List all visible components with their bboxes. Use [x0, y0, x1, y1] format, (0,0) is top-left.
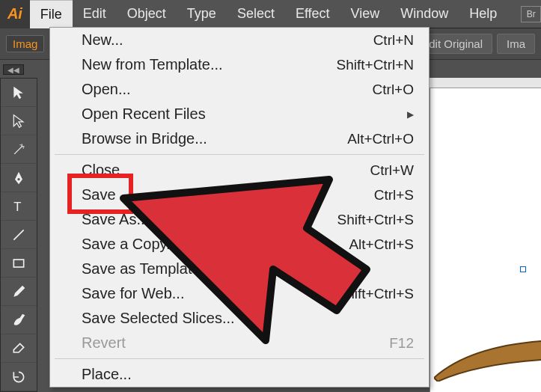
menu-view[interactable]: View — [340, 0, 391, 28]
menu-help[interactable]: Help — [459, 0, 507, 28]
menu-shortcut: Alt+Shift+Ctrl+S — [312, 286, 414, 302]
menu-item-save-template[interactable]: Save as Template... — [50, 257, 429, 281]
menu-label: Save for Web... — [82, 285, 184, 302]
pen-tool[interactable] — [1, 164, 37, 192]
direct-selection-tool[interactable] — [1, 107, 37, 135]
menu-item-save-as[interactable]: Save As... Shift+Ctrl+S — [50, 207, 429, 232]
eraser-tool[interactable] — [1, 334, 37, 363]
menu-label: Place... — [82, 366, 132, 383]
menu-item-close[interactable]: Close Ctrl+W — [50, 158, 429, 183]
paintbrush-tool[interactable] — [1, 278, 37, 306]
image-trace-label[interactable]: Imag — [6, 35, 44, 52]
menu-label: Close — [82, 162, 120, 179]
menu-shortcut: Ctrl+O — [373, 82, 414, 98]
type-tool[interactable]: T — [1, 192, 37, 221]
menu-separator — [55, 358, 424, 359]
magic-wand-tool[interactable] — [1, 135, 37, 164]
menu-file[interactable]: File — [30, 0, 73, 28]
menu-label: Save as Template... — [82, 260, 213, 278]
menu-type[interactable]: Type — [177, 0, 227, 28]
menu-label: Save — [82, 186, 116, 203]
menu-label: Browse in Bridge... — [82, 130, 207, 147]
menu-object[interactable]: Object — [117, 0, 177, 28]
selection-tool[interactable] — [1, 79, 37, 107]
menu-separator — [55, 154, 424, 155]
rectangle-tool[interactable] — [1, 249, 37, 278]
menu-label: Open Recent Files — [82, 105, 206, 123]
menu-item-save-slices[interactable]: Save Selected Slices... — [50, 306, 429, 331]
menu-select[interactable]: Select — [227, 0, 285, 28]
menu-shortcut: Shift+Ctrl+S — [337, 212, 414, 228]
menu-item-open[interactable]: Open... Ctrl+O — [50, 77, 429, 102]
menu-item-save-web[interactable]: Save for Web... Alt+Shift+Ctrl+S — [50, 281, 429, 306]
artwork-shape — [434, 337, 541, 382]
menu-label: New from Template... — [82, 56, 223, 73]
menu-shortcut: Shift+Ctrl+N — [337, 57, 414, 73]
blob-brush-tool[interactable] — [1, 306, 37, 334]
submenu-arrow-icon: ▶ — [407, 109, 414, 120]
menu-shortcut: Ctrl+S — [374, 187, 414, 203]
rotate-tool[interactable] — [1, 363, 37, 391]
menu-shortcut: Alt+Ctrl+S — [349, 236, 414, 253]
menu-item-new[interactable]: New... Ctrl+N — [50, 28, 429, 52]
bridge-icon[interactable]: Br — [521, 6, 541, 22]
edit-original-button[interactable]: dit Original — [419, 34, 492, 54]
menu-effect[interactable]: Effect — [285, 0, 340, 28]
menu-label: Save As... — [82, 211, 149, 228]
ruler-horizontal — [430, 78, 541, 88]
menu-label: Save a Copy... — [82, 236, 179, 253]
line-tool[interactable] — [1, 221, 37, 249]
menu-item-open-recent[interactable]: Open Recent Files ▶ — [50, 102, 429, 126]
svg-rect-2 — [13, 260, 23, 267]
selection-handle[interactable] — [520, 266, 526, 272]
app-icon-illustrator: Ai — [0, 0, 30, 28]
image-button[interactable]: Ima — [497, 34, 535, 54]
svg-text:T: T — [13, 199, 21, 213]
menu-label: Open... — [82, 81, 131, 98]
menu-window[interactable]: Window — [390, 0, 459, 28]
menu-shortcut: Ctrl+W — [370, 162, 414, 179]
menu-shortcut: F12 — [389, 335, 414, 352]
menu-item-revert[interactable]: Revert F12 — [50, 331, 429, 355]
menu-label: Save Selected Slices... — [82, 310, 235, 327]
menu-item-place[interactable]: Place... — [50, 362, 429, 387]
menu-edit[interactable]: Edit — [73, 0, 117, 28]
menu-item-browse-bridge[interactable]: Browse in Bridge... Alt+Ctrl+O — [50, 126, 429, 151]
menu-label: New... — [82, 31, 123, 49]
menubar: Ai File Edit Object Type Select Effect V… — [0, 0, 541, 28]
menu-shortcut: Alt+Ctrl+O — [347, 131, 414, 147]
file-menu-dropdown: New... Ctrl+N New from Template... Shift… — [49, 27, 430, 388]
tool-panel: T — [0, 78, 37, 392]
menu-item-new-template[interactable]: New from Template... Shift+Ctrl+N — [50, 52, 429, 77]
menu-item-save[interactable]: Save Ctrl+S — [50, 183, 429, 207]
menu-shortcut: Ctrl+N — [373, 32, 414, 49]
menu-item-save-copy[interactable]: Save a Copy... Alt+Ctrl+S — [50, 232, 429, 257]
collapse-panel-icon[interactable]: ◀◀ — [3, 64, 24, 75]
svg-line-1 — [13, 230, 23, 239]
menu-label: Revert — [82, 334, 126, 352]
